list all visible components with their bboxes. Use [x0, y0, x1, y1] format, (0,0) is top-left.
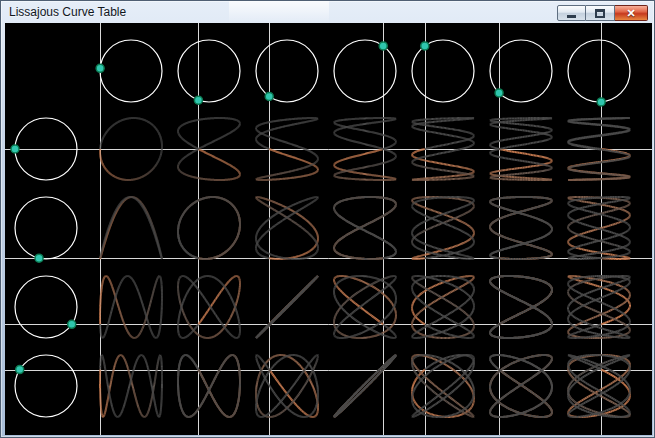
close-icon: ✕ — [626, 6, 635, 20]
minimize-icon — [567, 15, 576, 18]
window-titlebar[interactable]: Lissajous Curve Table ✕ — [1, 1, 654, 23]
window-title: Lissajous Curve Table — [9, 5, 126, 19]
lissajous-table-canvas — [5, 23, 652, 435]
window-controls: ✕ — [557, 5, 648, 21]
minimize-button[interactable] — [557, 5, 586, 21]
maximize-icon — [595, 9, 605, 18]
close-button[interactable]: ✕ — [615, 5, 648, 21]
maximize-button[interactable] — [586, 5, 615, 21]
app-window: Lissajous Curve Table ✕ — [0, 0, 655, 438]
client-area — [5, 23, 652, 435]
